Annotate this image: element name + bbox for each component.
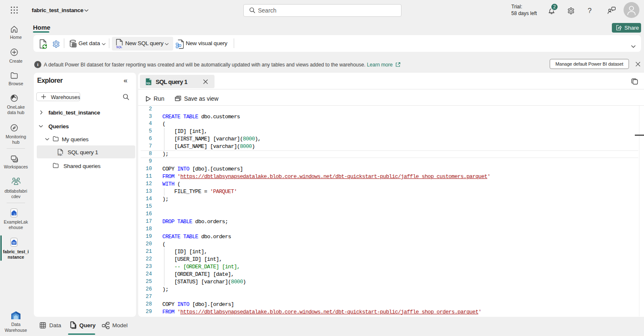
svg-text:SQL: SQL bbox=[58, 153, 63, 156]
svg-text:SQL: SQL bbox=[146, 82, 151, 84]
svg-text:SQL: SQL bbox=[116, 46, 123, 49]
